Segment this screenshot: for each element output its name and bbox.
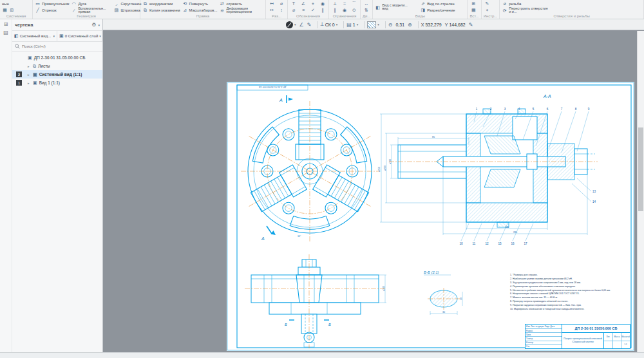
ribbon-item-deform[interactable]: ≋Деформация перемещением <box>219 7 266 14</box>
pencil-icon: ✎ <box>307 22 312 28</box>
tree-item-system-view[interactable]: 2 ▸ ▣ Системный вид (1:1) <box>12 70 102 79</box>
application-window: ные ▦ ⊞ Системная ▭Прямоугольник ╱Отрезо… <box>0 0 644 358</box>
arrow-icon[interactable]: ↔ <box>363 1 370 7</box>
tree-item-sheets[interactable]: ▸ ⧉ Листы <box>12 62 102 70</box>
ribbon-item-system[interactable]: ные <box>2 1 30 7</box>
style-button[interactable]: ▾ <box>286 21 296 28</box>
target-icon[interactable]: ⌖ <box>484 7 491 14</box>
grid-icon[interactable]: ⊞ <box>4 21 8 27</box>
insert-icon[interactable]: ▦ <box>469 7 477 14</box>
diameter-icon[interactable]: ⌀ <box>278 1 285 7</box>
concentric-icon[interactable]: ◉ <box>341 7 348 14</box>
search-input[interactable] <box>22 44 93 48</box>
center-mark-icon[interactable]: ◉ <box>319 1 327 7</box>
ribbon-group-label: Системная <box>2 14 30 19</box>
ribbon-item-view-from-model[interactable]: ◧Вид с модели... вид <box>375 1 418 14</box>
scale-icon: ⊿ <box>182 8 188 13</box>
equal-icon[interactable]: = <box>341 1 348 7</box>
ribbon-group-dimensions: ↤ ↦ ⌀ ↕ Раз... <box>266 0 288 19</box>
fillet-icon: ◞ <box>113 1 119 6</box>
ribbon-group-label: Виды <box>375 14 465 19</box>
drawing-sheet[interactable]: ДП 2-Зб 01 31050.000 СБ <box>227 82 634 351</box>
svg-text:⌀200: ⌀200 <box>384 165 386 171</box>
hatch-icon: ▨ <box>113 8 119 13</box>
ribbon-item-fillet[interactable]: ◞Скругление <box>113 1 141 7</box>
ribbon-group-label: Раз... <box>268 14 285 19</box>
ribbon-group-geometry: ▭Прямоугольник ╱Отрезок ◠Дуга ∕Вспомогат… <box>33 0 140 19</box>
ribbon-item-segment[interactable]: ╱Отрезок <box>35 7 69 14</box>
ribbon-item-rectangle[interactable]: ▭Прямоугольник <box>35 1 69 7</box>
layer-select[interactable]: ▤1▾ <box>346 22 358 28</box>
dim-icon[interactable]: ↤ <box>268 1 276 7</box>
tree-item-view-1[interactable]: 1 ▸ ▣ Вид 1 (1:1) <box>12 79 102 87</box>
hatch-style-select[interactable]: ▾ <box>367 21 379 28</box>
angle-tool-button[interactable]: ∠ <box>299 22 304 28</box>
ribbon-item-scale[interactable]: ⊿Масштабиров... <box>182 7 218 14</box>
ribbon-item-rebuild-holes[interactable]: ⟳Перестроить отверстия и и... <box>502 7 641 14</box>
y-coordinate-field[interactable]: Y144,682 <box>445 23 466 27</box>
text-icon[interactable]: T <box>290 1 298 7</box>
parallel-icon[interactable]: ∥ <box>331 7 339 14</box>
chevron-down-icon[interactable]: ▾ <box>98 23 100 27</box>
layers-icon[interactable]: ▤ <box>3 30 8 35</box>
ribbon-group-insert: ⊞ ▦ Вст... <box>468 0 481 19</box>
tree-item-document[interactable]: ▣ ДП 2-36 01 31.05.00.00 СБ <box>12 53 102 62</box>
svg-text:6: 6 <box>547 108 549 111</box>
angle-dimension-label: 12° <box>298 235 301 238</box>
leader-icon[interactable]: ≡ <box>299 7 307 14</box>
dim-icon[interactable]: ↦ <box>268 7 276 14</box>
current-view-select[interactable]: ◧ Системный вид... ▾ <box>12 31 57 41</box>
section-view-aa: А-А <box>378 94 596 245</box>
detail-view-bb: Б-Б (2:1) 30 20 <box>424 270 462 315</box>
coordinate-system-select[interactable]: ⟂СК 0▾ <box>320 21 337 28</box>
zoom-value-field[interactable]: 0,31 <box>395 23 404 27</box>
ribbon-item-hatch[interactable]: ▨Штриховка <box>113 7 141 14</box>
parallel-icon[interactable]: ∥ <box>319 7 327 14</box>
rectangle-icon: ▭ <box>35 1 41 6</box>
drawing-canvas[interactable]: ДП 2-Зб 01 31050.000 СБ <box>103 31 638 353</box>
ribbon-group-tools: ✎ ⌖ Инстр... <box>482 0 500 19</box>
datum-icon[interactable]: ⌖ <box>309 1 317 7</box>
check-icon[interactable]: ✓ <box>309 7 317 14</box>
diameter-icon[interactable]: ⌀ <box>290 7 298 14</box>
current-layer-select[interactable]: ▣ 0 Системный слой ▾ <box>57 31 102 41</box>
document-icon: ▣ <box>28 55 32 61</box>
zoom-out-button[interactable]: ⊖ <box>388 22 393 28</box>
edit-button[interactable]: ✎ <box>469 22 473 28</box>
pencil-icon[interactable]: ✎ <box>484 1 491 7</box>
ribbon-item-view-by-arrow[interactable]: ⇗Вид по стрелке <box>420 1 465 7</box>
expand-arrow-icon[interactable]: ▸ <box>28 64 31 68</box>
dim-icon[interactable]: ↕ <box>278 7 285 14</box>
gear-icon[interactable]: ⚙ <box>91 22 96 28</box>
vertical-scrollbar[interactable] <box>637 31 644 353</box>
arrow-icon[interactable]: ⇅ <box>363 7 370 14</box>
angle-icon[interactable]: ∠ <box>299 1 307 7</box>
coincident-icon[interactable]: ⊙ <box>350 7 358 14</box>
x-coordinate-field[interactable]: X532,279 <box>421 23 442 27</box>
ribbon-toolbar: ные ▦ ⊞ Системная ▭Прямоугольник ╱Отрезо… <box>0 0 644 19</box>
title-block: Изм. Лист № докум. Подп. Дата Разраб. Пр… <box>525 324 630 349</box>
scrollbar-thumb[interactable] <box>638 127 643 211</box>
ribbon-group-label: Ди... <box>363 14 370 19</box>
arc-icon: ◠ <box>71 1 77 6</box>
perpendicular-icon[interactable]: ⟂ <box>331 1 339 7</box>
ribbon-group-views: ◧Вид с модели... вид ⇗Вид по стрелке ◨Ра… <box>373 0 468 19</box>
insert-icon[interactable]: ⊞ <box>469 1 477 7</box>
ribbon-item-construction-line[interactable]: ∕Вспомогательн... прямая <box>71 7 111 14</box>
ribbon-item-section-view[interactable]: ◨Разрез/сечение <box>420 7 465 14</box>
ribbon-item-copy-coordinates[interactable]: ⧉координатам <box>142 1 180 7</box>
pencil-tool-button[interactable]: ✎ <box>307 22 312 28</box>
ribbon-item-copy-point[interactable]: ⧉Копия указанием <box>142 7 180 14</box>
ribbon-item-rotate[interactable]: ⟲Повернуть <box>182 1 218 7</box>
tangent-icon[interactable]: ⌒ <box>350 1 358 7</box>
panel-header: чертежа ⚙ ▾ <box>12 19 102 31</box>
section-bb-label: Б-Б (2:1) <box>424 270 439 274</box>
line-style-icon <box>286 21 293 28</box>
ribbon-item-system-icons[interactable]: ▦ ⊞ <box>2 7 30 14</box>
property-bar: ▾ ∠ ✎ ⟂СК 0▾ ▤1▾ ▾ ⊖ 0,31 ⊕ X532,279 Y14… <box>103 19 644 30</box>
expand-arrow-icon[interactable]: ▸ <box>28 81 31 85</box>
chevron-down-icon: ▾ <box>336 23 338 26</box>
drawing-tree: ▣ ДП 2-36 01 31.05.00.00 СБ ▸ ⧉ Листы 2 … <box>12 52 102 87</box>
zoom-in-button[interactable]: ⊕ <box>408 22 412 28</box>
expand-arrow-icon[interactable]: ▸ <box>28 73 31 77</box>
